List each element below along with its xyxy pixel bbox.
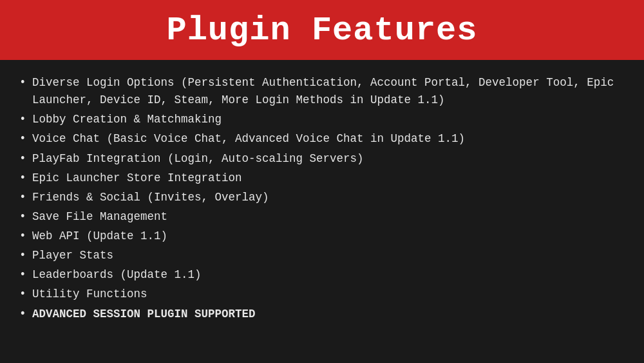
feature-item-save-file: Save File Management — [19, 208, 625, 226]
feature-item-lobby: Lobby Creation & Matchmaking — [19, 111, 625, 128]
feature-item-advanced-session: ADVANCED SESSION PLUGIN SUPPORTED — [19, 306, 625, 323]
feature-item-voice-chat: Voice Chat (Basic Voice Chat, Advanced V… — [19, 130, 625, 148]
feature-item-friends-social: Friends & Social (Invites, Overlay) — [19, 189, 625, 206]
feature-list: Diverse Login Options (Persistent Authen… — [19, 74, 625, 323]
feature-item-player-stats: Player Stats — [19, 247, 625, 264]
feature-item-web-api: Web API (Update 1.1) — [19, 228, 625, 245]
page-wrapper: Plugin Features Diverse Login Options (P… — [0, 0, 644, 338]
header-banner: Plugin Features — [0, 0, 644, 60]
feature-item-leaderboards: Leaderboards (Update 1.1) — [19, 266, 625, 284]
feature-item-utility: Utility Functions — [19, 286, 625, 303]
page-title: Plugin Features — [13, 12, 631, 50]
feature-item-epic-launcher: Epic Launcher Store Integration — [19, 170, 625, 187]
content-area: Diverse Login Options (Persistent Authen… — [0, 60, 644, 338]
feature-item-playfab: PlayFab Integration (Login, Auto-scaling… — [19, 150, 625, 168]
feature-item-diverse-login: Diverse Login Options (Persistent Authen… — [19, 74, 625, 109]
